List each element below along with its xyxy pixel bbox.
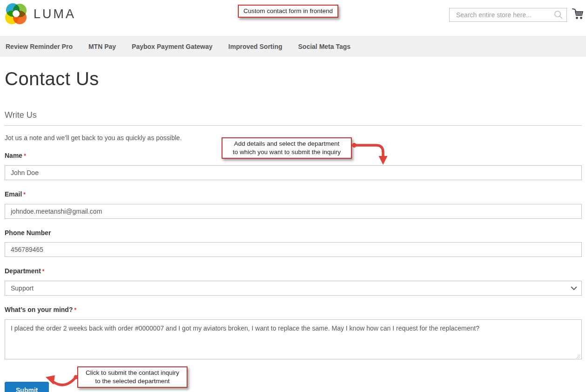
department-field-row: Department* Support [5,267,582,296]
required-marker: * [24,153,26,159]
required-marker: * [74,307,76,313]
message-textarea[interactable]: I placed the order 2 weeks back with ord… [5,319,582,359]
nav-item-social-meta-tags[interactable]: Social Meta Tags [298,43,351,50]
department-label: Department* [5,267,582,275]
email-input[interactable] [5,204,582,219]
store-logo[interactable]: LUMA [5,3,76,25]
name-input[interactable] [5,165,582,180]
main-navigation: Review Reminder Pro MTN Pay Paybox Payme… [0,36,586,57]
phone-label: Phone Number [5,229,582,237]
required-marker: * [42,268,45,275]
luma-logo-icon [5,3,27,25]
phone-field-row: Phone Number [5,229,582,257]
nav-item-mtn-pay[interactable]: MTN Pay [88,43,116,50]
nav-item-review-reminder-pro[interactable]: Review Reminder Pro [6,43,73,50]
email-label: Email* [5,190,582,198]
contact-form: Name* Email* Phone Number Department* [5,152,582,392]
search-input[interactable] [450,11,553,19]
search-icon[interactable] [553,10,564,20]
search-box [449,8,567,22]
department-select[interactable]: Support [5,281,582,296]
required-marker: * [23,191,26,198]
nav-item-paybox-payment-gateway[interactable]: Paybox Payment Gateway [132,43,213,50]
annotation-add-details: Add details and select the department to… [222,137,352,159]
annotation-custom-contact-form: Custom contact form in frontend [238,5,338,18]
message-field-row: What’s on your mind?* I placed the order… [5,306,582,361]
page-title: Contact Us [5,68,582,89]
cart-icon[interactable] [572,7,584,20]
nav-item-improved-sorting[interactable]: Improved Sorting [229,43,283,50]
annotation-arrow-left-icon [42,371,78,391]
write-us-legend: Write Us [5,110,582,126]
phone-input[interactable] [5,242,582,257]
main-content: Contact Us Write Us Jot us a note and we… [5,57,582,392]
email-field-row: Email* [5,190,582,219]
annotation-click-to-submit: Click to submit the contact inquiry to t… [77,366,188,388]
annotation-arrow-down-icon [350,140,392,167]
message-label: What’s on your mind?* [5,306,582,314]
brand-name: LUMA [34,7,76,21]
